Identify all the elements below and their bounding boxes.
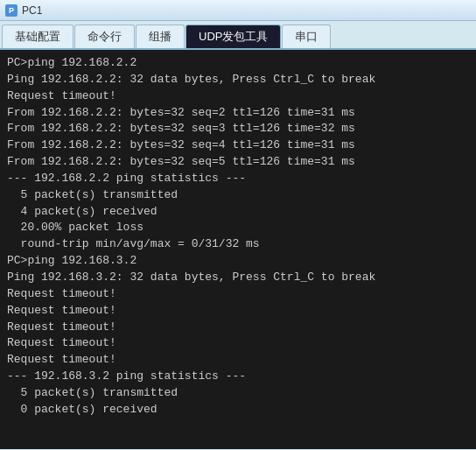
terminal-line: Request timeout! (7, 335, 469, 352)
terminal-line: Ping 192.168.3.2: 32 data bytes, Press C… (7, 270, 469, 286)
terminal-line: Request timeout! (7, 286, 469, 303)
terminal-line: PC>ping 192.168.2.2 (7, 55, 469, 72)
terminal-line: Request timeout! (7, 320, 469, 336)
tab-bar: 基础配置命令行组播UDP发包工具串口 (0, 21, 476, 50)
tab-串口[interactable]: 串口 (282, 25, 331, 48)
title-bar: P PC1 (0, 0, 476, 21)
tab-UDP发包工具[interactable]: UDP发包工具 (186, 25, 281, 48)
terminal-line: 20.00% packet loss (7, 220, 469, 236)
terminal-line: Request timeout! (7, 352, 469, 369)
terminal-line: --- 192.168.2.2 ping statistics --- (7, 171, 469, 187)
terminal-line: Request timeout! (7, 303, 469, 320)
window-title: PC1 (22, 4, 42, 17)
terminal-line: round-trip min/avg/max = 0/31/32 ms (7, 236, 469, 253)
terminal-line: 0 packet(s) received (7, 402, 469, 418)
tab-组播[interactable]: 组播 (136, 25, 185, 48)
terminal-line: 5 packet(s) transmitted (7, 187, 469, 204)
terminal-line: Ping 192.168.2.2: 32 data bytes, Press C… (7, 72, 469, 88)
window-icon: P (5, 4, 18, 17)
terminal-line: From 192.168.2.2: bytes=32 seq=2 ttl=126… (7, 105, 469, 122)
terminal-line: Request timeout! (7, 88, 469, 105)
terminal[interactable]: PC>ping 192.168.2.2Ping 192.168.2.2: 32 … (0, 50, 476, 449)
terminal-line: From 192.168.2.2: bytes=32 seq=5 ttl=126… (7, 154, 469, 171)
terminal-line: --- 192.168.3.2 ping statistics --- (7, 369, 469, 385)
terminal-line: From 192.168.2.2: bytes=32 seq=3 ttl=126… (7, 121, 469, 137)
terminal-line: PC>ping 192.168.3.2 (7, 253, 469, 270)
terminal-line: 5 packet(s) transmitted (7, 385, 469, 402)
tab-基础配置[interactable]: 基础配置 (2, 25, 74, 48)
terminal-line: 4 packet(s) received (7, 204, 469, 221)
terminal-line: From 192.168.2.2: bytes=32 seq=4 ttl=126… (7, 137, 469, 154)
tab-命令行[interactable]: 命令行 (74, 25, 135, 48)
